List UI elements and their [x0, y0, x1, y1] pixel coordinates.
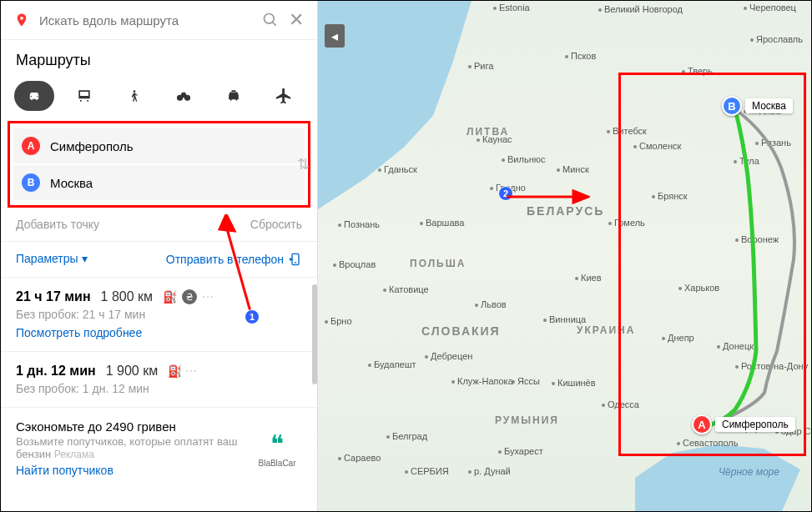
swap-icon[interactable]: ⇅ — [297, 155, 310, 173]
arrow-1 — [218, 214, 260, 323]
marker-b-icon: B — [22, 173, 40, 192]
promo-title: Сэкономьте до 2490 гривен — [16, 419, 252, 434]
actions-row: Добавить точку Сбросить — [1, 213, 317, 241]
transport-walk[interactable] — [114, 81, 154, 111]
transport-tabs — [1, 78, 317, 121]
transport-taxi[interactable] — [214, 81, 254, 111]
collapse-panel-button[interactable]: ◂ — [325, 24, 345, 48]
waypoint-b[interactable]: B Москва — [13, 165, 305, 200]
search-input[interactable] — [39, 13, 252, 28]
map-marker-a[interactable]: A Симферополь — [692, 414, 795, 434]
waypoints-box: A Симферополь B Москва ⇅ — [8, 121, 310, 208]
phone-icon — [289, 252, 302, 267]
route-option-2[interactable]: 1 дн. 12 мин 1 900 км ⛽ ⋯ Без пробок: 1 … — [1, 352, 317, 408]
route-1-icons: ⛽ ₴ ⋯ — [163, 289, 214, 304]
transport-bus[interactable] — [64, 81, 104, 111]
marker-b-label: Москва — [745, 98, 793, 113]
close-icon[interactable]: ✕ — [289, 9, 304, 31]
waypoint-a-text: Симферополь — [50, 139, 134, 153]
promo-logo: ❝ BlaBlaCar — [252, 429, 302, 468]
route-2-icons: ⛽ ⋯ — [168, 364, 197, 378]
marker-a-circle: A — [692, 414, 712, 434]
svg-line-9 — [226, 226, 251, 314]
svg-point-0 — [265, 14, 275, 24]
marker-a-label: Симферополь — [715, 417, 795, 432]
route-2-notraffic: Без пробок: 1 дн. 12 мин — [16, 382, 302, 395]
add-point-button[interactable]: Добавить точку — [16, 218, 99, 231]
marker-b-circle: B — [722, 96, 742, 116]
map[interactable]: ◂ Чёрное море ЛИТВАБЕЛАРУСЬПОЛЬШАСЛОВАКИ… — [318, 1, 811, 511]
blablacar-icon: ❝ — [252, 429, 302, 459]
search-icon[interactable] — [262, 12, 279, 28]
marker-a-icon: A — [22, 137, 40, 155]
transport-plane[interactable] — [264, 81, 304, 111]
svg-marker-8 — [573, 191, 588, 203]
params-row: Параметры ▾ Отправить в телефон — [1, 241, 317, 278]
map-marker-b[interactable]: B Москва — [722, 96, 793, 116]
route-2-dist: 1 900 км — [106, 364, 158, 379]
route-option-1[interactable]: 21 ч 17 мин 1 800 км ⛽ ₴ ⋯ Без пробок: 2… — [1, 278, 317, 352]
promo-desc: Возьмите попутчиков, которые оплатят ваш… — [16, 435, 252, 460]
waypoint-a[interactable]: A Симферополь — [13, 128, 305, 163]
route-1-time: 21 ч 17 мин — [16, 289, 91, 304]
route-1-dist: 1 800 км — [101, 289, 153, 304]
svg-point-2 — [133, 90, 135, 93]
transport-car[interactable] — [14, 81, 54, 111]
svg-line-1 — [273, 23, 276, 26]
arrow-2 — [498, 184, 590, 209]
toll-icon: ₴ — [182, 289, 197, 304]
pin-icon — [14, 11, 29, 29]
svg-marker-10 — [219, 214, 235, 231]
sidebar: ✕ Маршруты A Симферополь B Москва ⇅ Доба… — [1, 1, 318, 511]
params-button[interactable]: Параметры ▾ — [16, 252, 88, 267]
route-2-time: 1 дн. 12 мин — [16, 364, 96, 379]
promo-link[interactable]: Найти попутчиков — [16, 464, 252, 477]
transport-bike[interactable] — [164, 81, 204, 111]
search-bar: ✕ — [1, 1, 317, 40]
waypoint-b-text: Москва — [50, 176, 93, 190]
route-1-more[interactable]: Посмотреть подробнее — [16, 326, 302, 339]
scrollbar[interactable] — [312, 284, 317, 384]
annotation-num-1: 1 — [245, 309, 260, 324]
routes-title: Маршруты — [1, 40, 317, 78]
map-highlight-box — [618, 73, 806, 456]
promo-blablacar[interactable]: Сэкономьте до 2490 гривен Возьмите попут… — [1, 408, 317, 489]
